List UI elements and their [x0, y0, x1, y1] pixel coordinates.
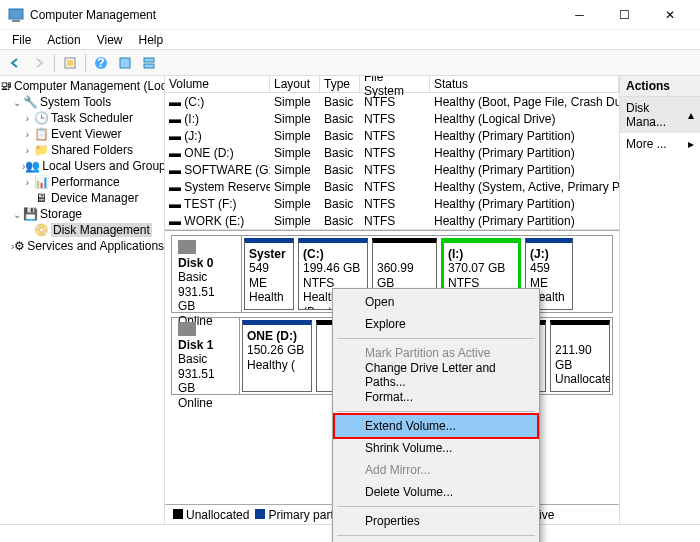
legend-primary: Primary parti — [268, 508, 336, 522]
disk-info[interactable]: Disk 0Basic931.51 GBOnline — [172, 236, 242, 312]
part-size: 211.90 GB — [555, 343, 592, 371]
computer-icon: 🖳 — [0, 79, 12, 93]
forward-button[interactable] — [28, 52, 50, 74]
actions-more[interactable]: More ...▸ — [620, 133, 700, 155]
grid-row[interactable]: ▬ (C:)SimpleBasicNTFSHealthy (Boot, Page… — [165, 93, 619, 110]
col-status[interactable]: Status — [430, 76, 619, 92]
part-size: 360.99 GB — [377, 261, 414, 289]
grid-header[interactable]: Volume Layout Type File System Status — [165, 76, 619, 93]
disk-size: 931.51 GB — [178, 285, 215, 313]
menu-help[interactable]: Help — [133, 31, 170, 49]
cell-type: Basic — [320, 129, 360, 143]
disk-type: Basic — [178, 270, 207, 284]
col-filesystem[interactable]: File System — [360, 76, 430, 92]
services-icon: ⚙ — [14, 239, 25, 253]
cell-fs: NTFS — [360, 95, 430, 109]
cell-volume: ▬ System Reserved — [165, 180, 270, 194]
grid-row[interactable]: ▬ ONE (D:)SimpleBasicNTFSHealthy (Primar… — [165, 144, 619, 161]
perf-icon: 📊 — [33, 175, 49, 189]
cell-layout: Simple — [270, 197, 320, 211]
grid-row[interactable]: ▬ TEST (F:)SimpleBasicNTFSHealthy (Prima… — [165, 195, 619, 212]
menu-file[interactable]: File — [6, 31, 37, 49]
back-button[interactable] — [4, 52, 26, 74]
chevron-up-icon: ▴ — [688, 108, 694, 122]
col-volume[interactable]: Volume — [165, 76, 270, 92]
storage-icon: 💾 — [22, 207, 38, 221]
ctx-extend-volume[interactable]: Extend Volume... — [335, 415, 537, 437]
expand-icon[interactable]: ⌄ — [11, 209, 22, 220]
tree-root[interactable]: Computer Management (Local — [14, 79, 165, 93]
tree-event-viewer[interactable]: Event Viewer — [51, 127, 121, 141]
device-icon: 🖥 — [33, 191, 49, 205]
tree-shared-folders[interactable]: Shared Folders — [51, 143, 133, 157]
cell-fs: NTFS — [360, 163, 430, 177]
part-size: 549 ME — [249, 261, 269, 289]
cell-layout: Simple — [270, 112, 320, 126]
tree-device-manager[interactable]: Device Manager — [51, 191, 138, 205]
partition[interactable]: Syster549 MEHealth — [244, 238, 294, 310]
svg-text:?: ? — [97, 56, 104, 70]
cell-volume: ▬ ONE (D:) — [165, 146, 270, 160]
cell-fs: NTFS — [360, 129, 430, 143]
part-status: Unallocate — [555, 372, 610, 386]
col-layout[interactable]: Layout — [270, 76, 320, 92]
part-label: (C:) — [303, 247, 324, 261]
grid-row[interactable]: ▬ System ReservedSimpleBasicNTFSHealthy … — [165, 178, 619, 195]
disk-name: Disk 1 — [178, 338, 213, 352]
cell-status: Healthy (Boot, Page File, Crash Dump, Pr… — [430, 95, 619, 109]
grid-row[interactable]: ▬ WORK (E:)SimpleBasicNTFSHealthy (Prima… — [165, 212, 619, 229]
tree-storage[interactable]: Storage — [40, 207, 82, 221]
close-button[interactable]: ✕ — [647, 1, 692, 29]
refresh-icon — [63, 56, 77, 70]
ctx-delete-volume[interactable]: Delete Volume... — [335, 481, 537, 503]
menu-view[interactable]: View — [91, 31, 129, 49]
maximize-button[interactable]: ☐ — [602, 1, 647, 29]
tree-local-users[interactable]: Local Users and Groups — [42, 159, 165, 173]
tree-disk-management[interactable]: Disk Management — [51, 223, 152, 237]
col-type[interactable]: Type — [320, 76, 360, 92]
partition[interactable]: ONE (D:)150.26 GBHealthy ( — [242, 320, 312, 392]
expand-icon[interactable]: › — [22, 129, 33, 140]
view1-button[interactable] — [114, 52, 136, 74]
grid-row[interactable]: ▬ (I:)SimpleBasicNTFSHealthy (Logical Dr… — [165, 110, 619, 127]
tree-systools[interactable]: System Tools — [40, 95, 111, 109]
disk-status: Online — [178, 396, 213, 410]
legend-swatch-unallocated — [173, 509, 183, 519]
tree-services[interactable]: Services and Applications — [27, 239, 164, 253]
ctx-explore[interactable]: Explore — [335, 313, 537, 335]
expand-icon[interactable]: › — [22, 113, 33, 124]
actions-disk-management[interactable]: Disk Mana...▴ — [620, 97, 700, 133]
clock-icon: 🕒 — [33, 111, 49, 125]
volume-grid[interactable]: Volume Layout Type File System Status ▬ … — [165, 76, 619, 231]
ctx-open[interactable]: Open — [335, 291, 537, 313]
expand-icon[interactable]: ⌄ — [11, 97, 22, 108]
help-button[interactable]: ? — [90, 52, 112, 74]
tree-task-scheduler[interactable]: Task Scheduler — [51, 111, 133, 125]
ctx-properties[interactable]: Properties — [335, 510, 537, 532]
ctx-change-letter[interactable]: Change Drive Letter and Paths... — [335, 364, 537, 386]
ctx-format[interactable]: Format... — [335, 386, 537, 408]
event-icon: 📋 — [33, 127, 49, 141]
horizontal-scrollbar[interactable]: ◄ ► — [165, 229, 619, 230]
ctx-shrink-volume[interactable]: Shrink Volume... — [335, 437, 537, 459]
partition[interactable]: 211.90 GBUnallocate — [550, 320, 610, 392]
cell-layout: Simple — [270, 146, 320, 160]
refresh-button[interactable] — [59, 52, 81, 74]
expand-icon[interactable]: › — [22, 177, 33, 188]
cell-type: Basic — [320, 197, 360, 211]
minimize-button[interactable]: ─ — [557, 1, 602, 29]
menu-action[interactable]: Action — [41, 31, 86, 49]
cell-fs: NTFS — [360, 214, 430, 228]
cell-type: Basic — [320, 112, 360, 126]
cell-status: Healthy (Primary Partition) — [430, 146, 619, 160]
tree-performance[interactable]: Performance — [51, 175, 120, 189]
expand-icon[interactable]: › — [22, 145, 33, 156]
disk-info[interactable]: Disk 1Basic931.51 GBOnline — [172, 318, 240, 394]
nav-tree[interactable]: 🖳Computer Management (Local ⌄🔧System Too… — [0, 76, 165, 524]
grid-row[interactable]: ▬ (J:)SimpleBasicNTFSHealthy (Primary Pa… — [165, 127, 619, 144]
cell-type: Basic — [320, 163, 360, 177]
view2-button[interactable] — [138, 52, 160, 74]
users-icon: 👥 — [25, 159, 40, 173]
disk-icon — [178, 240, 196, 254]
grid-row[interactable]: ▬ SOFTWARE (G:)SimpleBasicNTFSHealthy (P… — [165, 161, 619, 178]
